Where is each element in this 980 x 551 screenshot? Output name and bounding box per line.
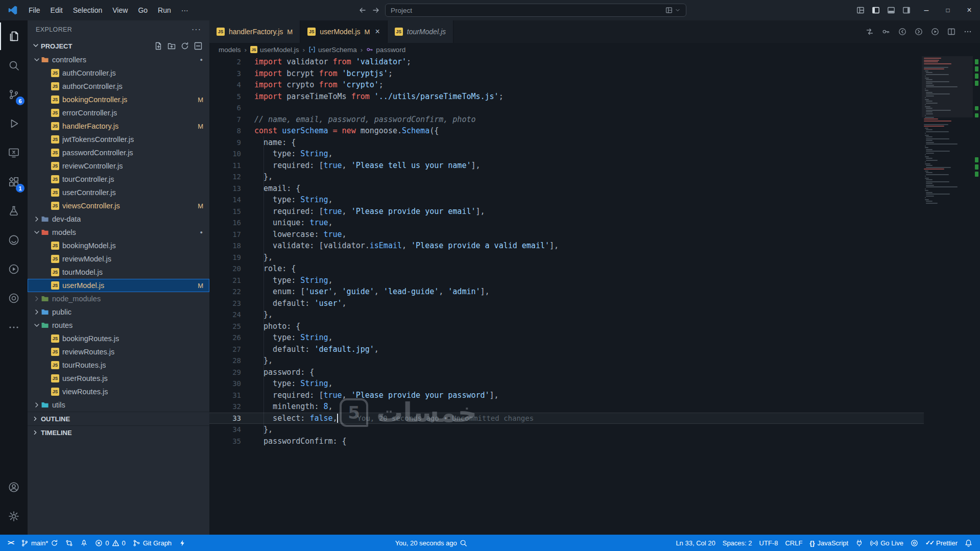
status-encoding[interactable]: UTF-8 bbox=[756, 535, 782, 551]
line-number[interactable]: 19 bbox=[209, 252, 241, 263]
line-number[interactable]: 9 bbox=[209, 137, 241, 149]
command-center-icons[interactable] bbox=[665, 7, 681, 14]
code-line-28[interactable]: 28 }, bbox=[209, 355, 924, 367]
pane-outline[interactable]: OUTLINE bbox=[28, 412, 209, 425]
code-line-16[interactable]: 16 unique: true, bbox=[209, 217, 924, 229]
line-number[interactable]: 11 bbox=[209, 160, 241, 172]
status-flash[interactable] bbox=[175, 535, 190, 551]
line-number[interactable]: 32 bbox=[209, 401, 241, 413]
menu-go[interactable]: Go bbox=[133, 4, 153, 16]
code-line-30[interactable]: 30 type: String, bbox=[209, 378, 924, 390]
line-number[interactable]: 27 bbox=[209, 344, 241, 355]
line-number[interactable]: 4 bbox=[209, 79, 241, 91]
line-number[interactable]: 15 bbox=[209, 206, 241, 218]
code-line-6[interactable]: 6 bbox=[209, 102, 924, 114]
line-number[interactable]: 30 bbox=[209, 378, 241, 390]
code-line-19[interactable]: 19 }, bbox=[209, 252, 924, 263]
line-number[interactable]: 25 bbox=[209, 321, 241, 332]
tree-file-tourRoutes.js[interactable]: JStourRoutes.js bbox=[28, 358, 209, 372]
status-problems[interactable]: 00 bbox=[91, 535, 129, 551]
activity-explorer[interactable] bbox=[0, 22, 28, 50]
explorer-more-button[interactable]: ··· bbox=[192, 25, 201, 34]
code-line-27[interactable]: 27 default: 'default.jpg', bbox=[209, 344, 924, 355]
tree-file-authController.js[interactable]: JSauthController.js bbox=[28, 66, 209, 80]
code-line-20[interactable]: 20 role: { bbox=[209, 263, 924, 275]
line-number[interactable]: 21 bbox=[209, 275, 241, 286]
line-number[interactable]: 20 bbox=[209, 263, 241, 275]
collapse-all-button[interactable] bbox=[194, 42, 202, 50]
menu-selection[interactable]: Selection bbox=[68, 4, 108, 16]
code-line-26[interactable]: 26 type: String, bbox=[209, 332, 924, 344]
activity-search[interactable] bbox=[0, 52, 28, 79]
code-line-24[interactable]: 24 }, bbox=[209, 309, 924, 321]
new-file-button[interactable] bbox=[154, 42, 162, 50]
tree-folder-controllers[interactable]: controllers● bbox=[28, 53, 209, 66]
tree-folder-public[interactable]: public bbox=[28, 305, 209, 319]
overview-ruler[interactable] bbox=[973, 56, 980, 535]
code-line-21[interactable]: 21 type: String, bbox=[209, 275, 924, 286]
activity-gitlens-inspect[interactable] bbox=[0, 284, 28, 312]
tree-file-tourController.js[interactable]: JStourController.js bbox=[28, 173, 209, 186]
code-line-4[interactable]: 4import crypto from 'crypto'; bbox=[209, 79, 924, 91]
more-actions-button[interactable] bbox=[964, 28, 972, 36]
tree-file-authorController.js[interactable]: JSauthorController.js bbox=[28, 80, 209, 93]
code-line-23[interactable]: 23 default: 'user', bbox=[209, 298, 924, 309]
code-line-3[interactable]: 3import bcrypt from 'bcryptjs'; bbox=[209, 68, 924, 80]
code-line-25[interactable]: 25 photo: { bbox=[209, 321, 924, 332]
menu-more[interactable]: ··· bbox=[176, 4, 194, 16]
status-go-live[interactable]: Go Live bbox=[867, 535, 907, 551]
activity-account[interactable] bbox=[0, 473, 28, 501]
editor[interactable]: 2import validator from 'validator';3impo… bbox=[209, 56, 980, 535]
new-folder-button[interactable] bbox=[168, 42, 176, 50]
customize-layout-button[interactable] bbox=[856, 6, 865, 14]
code-line-10[interactable]: 10 type: String, bbox=[209, 148, 924, 160]
status-git-branch[interactable]: main* bbox=[17, 535, 62, 551]
code-line-13[interactable]: 13 email: { bbox=[209, 183, 924, 195]
code-line-9[interactable]: 9 name: { bbox=[209, 137, 924, 149]
line-number[interactable]: 10 bbox=[209, 148, 241, 160]
toggle-primary-sidebar-button[interactable] bbox=[872, 6, 880, 14]
toggle-panel-button[interactable] bbox=[887, 6, 895, 14]
tree-folder-node_modules[interactable]: node_modules bbox=[28, 292, 209, 305]
status-git-compare[interactable] bbox=[62, 535, 77, 551]
code-line-14[interactable]: 14 type: String, bbox=[209, 194, 924, 206]
menu-run[interactable]: Run bbox=[153, 4, 176, 16]
tree-file-reviewRoutes.js[interactable]: JSreviewRoutes.js bbox=[28, 345, 209, 358]
activity-source-control[interactable]: 6 bbox=[0, 81, 28, 108]
tab-tourModel.js[interactable]: JStourModel.js bbox=[388, 20, 453, 43]
command-center-search[interactable]: Project bbox=[385, 4, 686, 17]
tree-folder-routes[interactable]: routes bbox=[28, 319, 209, 332]
status-git-graph[interactable]: Git Graph bbox=[129, 535, 175, 551]
code-line-33[interactable]: 33 select: false,You, 20 seconds ago • U… bbox=[209, 413, 924, 424]
line-number[interactable]: 12 bbox=[209, 171, 241, 183]
status-deploy[interactable] bbox=[77, 535, 91, 551]
open-changes-button[interactable] bbox=[866, 28, 874, 36]
code-line-29[interactable]: 29 password: { bbox=[209, 367, 924, 378]
tab-userModel.js[interactable]: JSuserModel.jsM× bbox=[300, 20, 388, 43]
status-cursor-position[interactable]: Ln 33, Col 20 bbox=[672, 535, 719, 551]
tree-file-handlerFactory.js[interactable]: JShandlerFactory.jsM bbox=[28, 119, 209, 133]
code-line-5[interactable]: 5import parseTimeToMs from '../utils/par… bbox=[209, 91, 924, 103]
run-file-button[interactable] bbox=[931, 28, 939, 36]
history-back-button[interactable] bbox=[358, 6, 367, 14]
refresh-button[interactable] bbox=[181, 42, 189, 50]
activity-more[interactable] bbox=[0, 314, 28, 341]
code-line-22[interactable]: 22 enum: ['user', 'guide', 'lead-guide',… bbox=[209, 286, 924, 298]
breadcrumb-userModel.js[interactable]: JSuserModel.js bbox=[250, 46, 299, 54]
breadcrumb-password[interactable]: password bbox=[366, 46, 405, 54]
tree-file-jwtTokensController.js[interactable]: JSjwtTokensController.js bbox=[28, 133, 209, 146]
minimap[interactable] bbox=[924, 56, 973, 535]
tree-folder-utils[interactable]: utils bbox=[28, 398, 209, 412]
tree-file-passwordController.js[interactable]: JSpasswordController.js bbox=[28, 146, 209, 159]
code-line-7[interactable]: 7// name, email, password, passwordConfi… bbox=[209, 114, 924, 126]
tree-file-bookingRoutes.js[interactable]: JSbookingRoutes.js bbox=[28, 332, 209, 345]
code-line-31[interactable]: 31 required: [true, 'Please provide your… bbox=[209, 390, 924, 401]
line-number[interactable]: 35 bbox=[209, 436, 241, 447]
code-line-8[interactable]: 8const userSchema = new mongoose.Schema(… bbox=[209, 125, 924, 137]
tree-file-viewRoutes.js[interactable]: JSviewRoutes.js bbox=[28, 385, 209, 398]
tree-file-tourModel.js[interactable]: JStourModel.js bbox=[28, 266, 209, 279]
pane-timeline[interactable]: TIMELINE bbox=[28, 425, 209, 439]
line-number[interactable]: 3 bbox=[209, 68, 241, 80]
status-gitlens-status[interactable] bbox=[907, 535, 922, 551]
tree-folder-dev-data[interactable]: dev-data bbox=[28, 212, 209, 226]
